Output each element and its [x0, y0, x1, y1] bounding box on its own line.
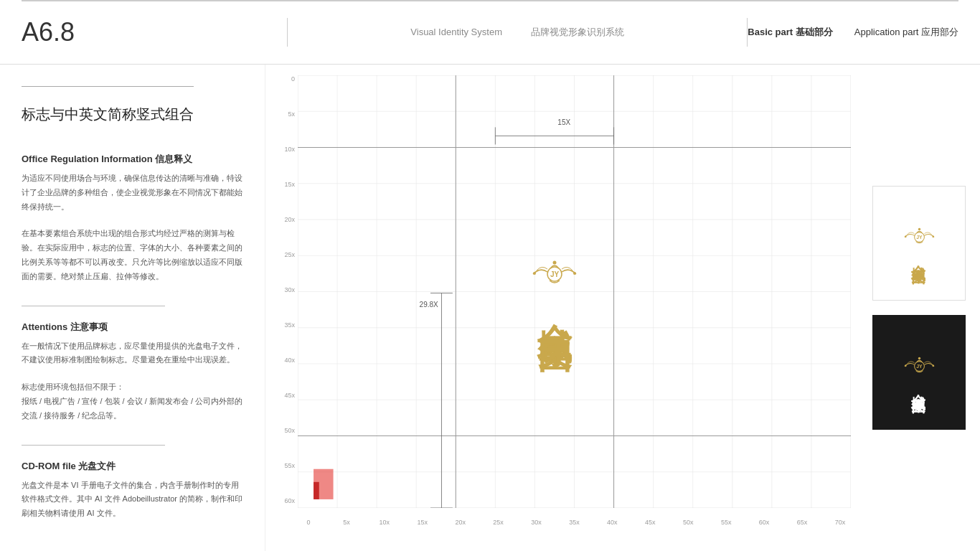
logo-black-variant: JY 金域集团	[872, 315, 966, 430]
header-top-line	[22, 0, 958, 1]
main-logo-container: JY	[495, 118, 613, 456]
svg-point-44	[533, 272, 536, 275]
section-divider-2	[22, 445, 165, 446]
y-label-60: 60x	[273, 497, 298, 504]
logo-emblem-svg: JY	[526, 256, 583, 292]
office-regulation-text1: 为适应不同使用场合与环境，确保信息传达的清晰与准确，特设计了企业品牌的多种组合，…	[22, 171, 243, 214]
svg-point-56	[918, 357, 920, 359]
vi-label: Visual Identity System	[410, 27, 502, 37]
office-regulation-section: Office Regulation Information 信息释义 为适应不同…	[22, 153, 243, 284]
svg-point-46	[552, 260, 556, 264]
x-axis: 0 5x 10x 15x 20x 25x 30x 35x 40x 45x 50x…	[298, 508, 851, 529]
vi-cn: 品牌视觉形象识别系统	[531, 26, 624, 39]
cdrom-text: 光盘文件是本 VI 手册电子文件的集合，内含手册制作时的专用软件格式文件。其中 …	[22, 479, 243, 521]
attentions-text1: 在一般情况下使用品牌标志，应尽量使用提供的光盘电子文件，不建议使用标准制图绘制标…	[22, 339, 243, 368]
nav-application[interactable]: Application part 应用部分	[854, 26, 958, 39]
x-label-25: 25x	[488, 519, 509, 526]
x-label-15: 15x	[412, 519, 433, 526]
logo-chinese-text: 金域集团	[537, 296, 572, 319]
logo-emblem-white-bg: JY	[900, 225, 939, 250]
x-label-10: 10x	[374, 519, 395, 526]
svg-text:JY: JY	[550, 270, 560, 278]
x-label-60: 60x	[753, 519, 775, 526]
section-title: 标志与中英文简称竖式组合	[22, 105, 243, 124]
y-label-5: 5x	[273, 110, 298, 118]
attentions-text2: 标志使用环境包括但不限于：	[22, 380, 243, 395]
attentions-text3: 报纸 / 电视广告 / 宣传 / 包装 / 会议 / 新闻发布会 / 公司内外部…	[22, 395, 243, 423]
svg-point-54	[904, 364, 906, 367]
grid-inner: 15X 29.8X JY	[298, 75, 851, 508]
y-label-40: 40x	[273, 357, 298, 364]
x-label-0: 0	[298, 519, 319, 526]
header-left: A6.8	[0, 3, 287, 62]
left-panel: 标志与中英文简称竖式组合 Office Regulation Informati…	[0, 65, 265, 551]
x-label-50: 50x	[677, 519, 699, 526]
left-top-divider	[22, 86, 194, 87]
logo-white-variant: JY 金域集团	[872, 186, 966, 301]
x-label-35: 35x	[563, 519, 585, 526]
y-label-25: 25x	[273, 251, 298, 258]
office-regulation-text2: 在基本要素组合系统中出现的组合形式均经过严格的测算与检验。在实际应用中，标志的位…	[22, 227, 243, 283]
header-nav: Basic part 基础部分 Application part 应用部分	[748, 26, 980, 39]
section-divider-1	[22, 306, 165, 306]
x-label-55: 55x	[715, 519, 737, 526]
svg-point-45	[573, 272, 576, 275]
y-label-55: 55x	[273, 462, 298, 469]
svg-point-49	[904, 235, 906, 237]
svg-point-55	[932, 364, 934, 367]
svg-point-51	[918, 228, 920, 230]
svg-text:JY: JY	[916, 364, 923, 369]
x-label-20: 20x	[450, 519, 471, 526]
logo-black-text: 金域集团	[910, 382, 929, 391]
grid-container: 60x 55x 50x 45x 40x 35x 30x 25x 20x 15x …	[273, 75, 851, 529]
attentions-section: Attentions 注意事项 在一般情况下使用品牌标志，应尽量使用提供的光盘电…	[22, 321, 243, 423]
logo-white-text: 金域集团	[910, 253, 929, 262]
y-axis: 60x 55x 50x 45x 40x 35x 30x 25x 20x 15x …	[273, 75, 298, 508]
x-label-40: 40x	[601, 519, 623, 526]
y-label-10: 10x	[273, 146, 298, 153]
header: A6.8 Visual Identity System 品牌视觉形象识别系统 B…	[0, 0, 980, 65]
x-label-30: 30x	[526, 519, 547, 526]
y-label-35: 35x	[273, 321, 298, 329]
attentions-title: Attentions 注意事项	[22, 321, 243, 334]
page-number: A6.8	[22, 17, 75, 47]
nav-basic[interactable]: Basic part 基础部分	[748, 26, 832, 39]
logo-main-text: 金域集团	[537, 296, 572, 319]
x-label-70: 70x	[829, 519, 851, 526]
svg-point-50	[932, 235, 934, 237]
header-center: Visual Identity System 品牌视觉形象识别系统	[288, 26, 747, 39]
y-label-45: 45x	[273, 392, 298, 399]
x-label-5: 5x	[336, 519, 357, 526]
main-grid-area: 60x 55x 50x 45x 40x 35x 30x 25x 20x 15x …	[265, 65, 858, 551]
office-regulation-title: Office Regulation Information 信息释义	[22, 153, 243, 166]
svg-rect-41	[314, 482, 319, 499]
logo-emblem-black-bg: JY	[900, 354, 939, 379]
y-label-50: 50x	[273, 427, 298, 434]
y-label-0: 0	[273, 75, 298, 83]
cdrom-title: CD-ROM file 光盘文件	[22, 460, 243, 473]
right-panel: JY 金域集团 JY	[858, 65, 980, 551]
cdrom-section: CD-ROM file 光盘文件 光盘文件是本 VI 手册电子文件的集合，内含手…	[22, 460, 243, 521]
y-label-20: 20x	[273, 216, 298, 223]
dim-29x-label: 29.8X	[420, 301, 438, 309]
x-label-65: 65x	[791, 519, 813, 526]
y-label-15: 15x	[273, 181, 298, 188]
y-label-30: 30x	[273, 286, 298, 293]
svg-text:JY: JY	[916, 235, 923, 240]
x-label-45: 45x	[639, 519, 661, 526]
